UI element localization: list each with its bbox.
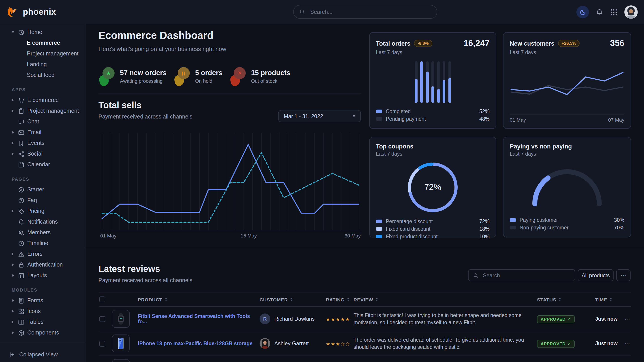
caret-right-icon bbox=[11, 274, 15, 277]
sidebar-item-components[interactable]: Components bbox=[0, 327, 85, 338]
sidebar-item-label: Notifications bbox=[27, 219, 58, 225]
legend-swatch bbox=[376, 117, 382, 120]
sidebar-item-chat[interactable]: Chat bbox=[0, 116, 85, 127]
sidebar-subitem-social-feed[interactable]: Social feed bbox=[0, 70, 85, 80]
sidebar-item-starter[interactable]: Starter bbox=[0, 184, 85, 195]
table-row: Fitbit Sense Advanced Smartwatch with To… bbox=[99, 307, 631, 331]
row-actions-button[interactable]: ⋯ bbox=[624, 316, 631, 322]
product-link[interactable]: iPhone 13 pro max-Pacific Blue-128GB sto… bbox=[138, 341, 260, 346]
row-actions-button[interactable]: ⋯ bbox=[624, 340, 631, 347]
share-icon bbox=[18, 150, 24, 157]
legend-row-non-paying-customer: Non-paying customer 70% bbox=[510, 224, 624, 231]
avatar: R bbox=[260, 314, 270, 324]
sidebar-item-label: Components bbox=[27, 330, 59, 336]
doc-icon bbox=[18, 297, 24, 304]
stat-value: 15 products bbox=[251, 69, 290, 77]
notifications-button[interactable] bbox=[596, 8, 603, 16]
table-row: iPhone 13 pro max-Pacific Blue-128GB sto… bbox=[99, 331, 631, 356]
rating-stars: ★★★☆☆ bbox=[326, 341, 350, 347]
sidebar-item-label: Starter bbox=[27, 186, 44, 193]
check-icon: ✓ bbox=[567, 342, 571, 346]
card-title: Paying vs non paying bbox=[510, 143, 572, 150]
select-all-checkbox[interactable] bbox=[99, 297, 105, 302]
sidebar-subitem-e-commerce[interactable]: E commerce bbox=[0, 37, 85, 48]
sidebar-item-project-management[interactable]: Project management bbox=[0, 105, 85, 116]
sidebar-item-icons[interactable]: Icons bbox=[0, 306, 85, 317]
apps-grid-button[interactable] bbox=[610, 8, 618, 16]
reviews-search-input[interactable] bbox=[482, 272, 570, 279]
row-checkbox[interactable] bbox=[99, 341, 105, 346]
sort-icon bbox=[347, 298, 350, 301]
bar bbox=[420, 61, 423, 103]
legend-swatch bbox=[510, 218, 516, 222]
sidebar-subitem-landing[interactable]: Landing bbox=[0, 59, 85, 70]
column-header-product[interactable]: PRODUCT bbox=[138, 297, 260, 302]
sidebar-item-home[interactable]: Home bbox=[0, 27, 85, 37]
box-icon bbox=[18, 329, 24, 336]
column-header-status[interactable]: STATUS bbox=[537, 297, 595, 302]
sidebar-item-email[interactable]: Email bbox=[0, 127, 85, 138]
user-avatar-button[interactable] bbox=[624, 5, 638, 19]
sidebar-item-layouts[interactable]: Layouts bbox=[0, 270, 85, 281]
sidebar-item-social[interactable]: Social bbox=[0, 148, 85, 159]
stat-sublabel: On hold bbox=[195, 78, 222, 83]
sidebar-item-authentication[interactable]: Authentication bbox=[0, 259, 85, 270]
sidebar-item-events[interactable]: Events bbox=[0, 138, 85, 148]
page-title: Ecommerce Dashboard bbox=[98, 29, 214, 41]
mail-icon bbox=[18, 129, 24, 136]
sidebar-item-tables[interactable]: Tables bbox=[0, 317, 85, 327]
paying-gauge-chart bbox=[527, 164, 607, 208]
legend-label: Pending payment bbox=[386, 116, 426, 121]
clock-icon bbox=[18, 240, 24, 247]
sidebar-nav: HomeE commerceProject managementLandingS… bbox=[0, 27, 85, 338]
table-icon bbox=[18, 319, 24, 325]
users-icon bbox=[18, 229, 24, 236]
search-icon bbox=[300, 9, 305, 15]
sidebar-item-members[interactable]: Members bbox=[0, 227, 85, 238]
phoenix-logo[interactable]: phoenix bbox=[7, 6, 56, 18]
column-header-time[interactable]: TIME bbox=[595, 297, 624, 302]
app: phoenix bbox=[0, 0, 644, 362]
date-range-select[interactable]: Mar 1 - 31, 2022 bbox=[278, 110, 361, 122]
sidebar-item-notifications[interactable]: Notifications bbox=[0, 216, 85, 227]
clipboard-icon bbox=[18, 107, 24, 114]
product-link[interactable]: Fitbit Sense Advanced Smartwatch with To… bbox=[138, 314, 260, 324]
caret-right-icon bbox=[11, 299, 15, 302]
all-products-filter-button[interactable]: All products bbox=[578, 269, 614, 281]
stat-icon: ✕ bbox=[230, 67, 246, 86]
total-orders-legend: Completed 52% Pending payment 48% bbox=[376, 107, 490, 122]
sidebar-item-faq[interactable]: Faq bbox=[0, 195, 85, 206]
sidebar-item-forms[interactable]: Forms bbox=[0, 295, 85, 306]
bar bbox=[415, 61, 417, 103]
chat-icon bbox=[18, 118, 24, 125]
sidebar-item-timeline[interactable]: Timeline bbox=[0, 238, 85, 249]
top-coupons-card: Top coupons Last 7 days 72% Percentage d… bbox=[369, 137, 496, 237]
main-content: Ecommerce Dashboard Here's what's going … bbox=[86, 24, 644, 362]
product-thumbnail bbox=[112, 310, 130, 328]
stat-icon: ★ bbox=[99, 67, 114, 86]
customer-cell: Ashley Garrett bbox=[260, 338, 326, 349]
sidebar-item-errors[interactable]: Errors bbox=[0, 249, 85, 259]
column-header-rating[interactable]: RATING bbox=[326, 297, 354, 302]
sidebar-item-calendar[interactable]: Calendar bbox=[0, 159, 85, 170]
column-header-customer[interactable]: CUSTOMER bbox=[260, 297, 326, 302]
bell-icon bbox=[596, 8, 603, 16]
collapse-icon bbox=[9, 352, 15, 358]
row-checkbox[interactable] bbox=[99, 316, 105, 322]
legend-swatch bbox=[510, 226, 516, 229]
legend-value: 72% bbox=[479, 218, 490, 224]
collapse-sidebar-button[interactable]: Collapsed View bbox=[0, 347, 85, 362]
theme-toggle-button[interactable] bbox=[576, 6, 589, 18]
sidebar-subitem-project-management[interactable]: Project management bbox=[0, 48, 85, 59]
reviews-more-button[interactable]: ⋯ bbox=[616, 269, 630, 281]
global-search-input[interactable] bbox=[309, 8, 431, 15]
caret-down-icon bbox=[11, 31, 15, 33]
legend-value: 30% bbox=[614, 217, 624, 223]
legend-value: 18% bbox=[479, 226, 490, 231]
column-header-review[interactable]: REVIEW bbox=[354, 297, 537, 302]
sidebar-item-pricing[interactable]: Pricing bbox=[0, 206, 85, 216]
stat-out-of-stock: ✕ 15 products Out of stock bbox=[230, 67, 290, 86]
legend-value: 10% bbox=[479, 234, 490, 239]
card-period: Last 7 days bbox=[376, 50, 490, 55]
sidebar-item-e-commerce[interactable]: E commerce bbox=[0, 95, 85, 105]
